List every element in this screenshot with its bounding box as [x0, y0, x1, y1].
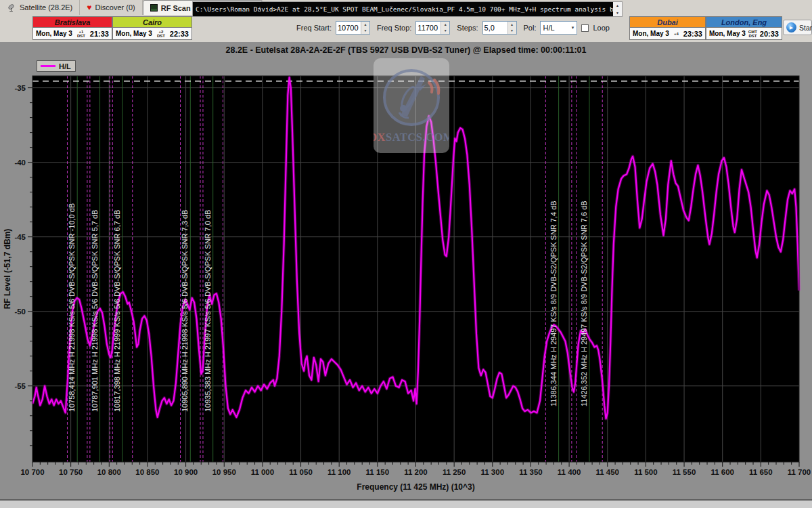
clock-time: 23:33: [683, 30, 702, 38]
clock-city-header: Bratislava: [33, 17, 112, 28]
clock-date: Mon, May 3: [36, 30, 72, 37]
clock-cairo: Cairo Mon, May 3 +2DST 22:33: [112, 16, 192, 40]
tab-satellite[interactable]: Satellite (28.2E): [0, 0, 80, 15]
clock-bratislava: Bratislava Mon, May 3 +1DST 21:33: [32, 16, 112, 40]
y-axis-label: RF Level (-51,7 dBm): [3, 229, 12, 310]
x-tick-label: 10 800: [97, 468, 121, 476]
clock-city-header: Dubai: [630, 17, 705, 28]
clock-timezone: GMTDST: [748, 30, 757, 38]
x-tick-label: 11 700: [788, 468, 811, 476]
clock-city: London, Eng: [721, 18, 767, 26]
steps-input[interactable]: ▲▼: [482, 21, 517, 35]
clock-time: 21:33: [90, 30, 109, 38]
freq-start-label: Freq Start:: [296, 24, 332, 32]
spin-down-icon: ▼: [361, 28, 369, 34]
spinner-buttons[interactable]: ▲▼: [361, 22, 369, 34]
freq-start-input[interactable]: ▲▼: [336, 21, 370, 35]
freq-stop-input[interactable]: ▲▼: [415, 21, 450, 35]
clock-timezone: +1DST: [77, 30, 85, 38]
freq-start-value[interactable]: [336, 22, 361, 34]
x-tick-label: 11 450: [595, 468, 619, 476]
console-text: C:\Users\Roman Dávid>A2E at 28,5°E_UK SP…: [196, 5, 613, 13]
clock-city-header: London, Eng: [706, 17, 782, 28]
clock-city: Cairo: [143, 18, 162, 26]
console-scrollbar[interactable]: ▲ ▼: [613, 2, 622, 16]
x-tick-label: 11 350: [519, 468, 543, 476]
pol-selected-value: H/L: [543, 24, 554, 32]
clock-city: Dubai: [657, 18, 678, 26]
x-tick-label: 11 000: [251, 468, 275, 476]
window-bottom-edge: [0, 499, 812, 508]
x-tick-label: 11 500: [634, 468, 658, 476]
x-tick-label: 11 150: [366, 468, 390, 476]
x-tick-label: 10 950: [212, 468, 236, 476]
x-axis-label: Frequency (11 425 MHz) (10^3): [357, 482, 474, 492]
top-bar: Satellite (28.2E) ♥ Discover (0) RF Scan…: [0, 0, 812, 42]
clock-city-header: Cairo: [113, 17, 191, 28]
rf-scan-icon: [150, 4, 158, 12]
transponder-annotation: 10935,383 MHz H 21997 KS/s 5/6 DVB-S/QPS…: [204, 210, 212, 412]
loop-checkbox[interactable]: [581, 24, 589, 32]
console-output[interactable]: C:\Users\Roman Dávid>A2E at 28,5°E_UK SP…: [193, 2, 613, 16]
x-tick-label: 11 300: [481, 468, 505, 476]
transponder-annotation: 10817,398 MHz H 21999 KS/s 5/6 DVB-S/QPS…: [113, 210, 121, 412]
y-tick-label: -40: [14, 158, 26, 167]
spin-up-icon: ▲: [441, 22, 449, 28]
x-tick-label: 11 250: [443, 468, 466, 476]
transponder-annotation: 11426,352 MHz H 29497 KS/s 8/9 DVB-S2/QP…: [580, 200, 588, 406]
heart-icon: ♥: [87, 3, 91, 12]
x-tick-label: 10 750: [59, 468, 83, 476]
console-panel: C:\Users\Roman Dávid>A2E at 28,5°E_UK SP…: [192, 1, 623, 17]
x-tick-label: 11 100: [328, 468, 351, 476]
y-tick-label: -45: [14, 233, 26, 241]
spectrum-plot: 10 70010 75010 80010 85010 90010 95011 0…: [0, 42, 812, 499]
steps-label: Steps:: [457, 24, 478, 32]
pol-select[interactable]: H/L ▼: [540, 21, 577, 35]
scroll-up-icon[interactable]: ▲: [616, 3, 619, 7]
transponder-annotation: 10758,414 MHz H 21998 KS/s 5/6 DVB-S/QPS…: [68, 203, 76, 412]
y-tick-label: -55: [14, 382, 26, 390]
x-tick-label: 11 400: [558, 468, 581, 476]
x-tick-label: 10 900: [174, 468, 198, 476]
spinner-buttons[interactable]: ▲▼: [508, 22, 516, 34]
transponder-annotation: 10787,901 MHz H 21998 KS/s 5/6 DVB-S/QPS…: [91, 210, 99, 412]
clock-dubai: Dubai Mon, May 3 +4 23:33: [629, 16, 706, 40]
clock-time: 20:33: [760, 30, 779, 38]
x-tick-label: 11 650: [749, 468, 773, 476]
x-tick-label: 10 700: [20, 468, 44, 476]
clock-time: 22:33: [170, 30, 189, 38]
start-button[interactable]: ▶ Start: [783, 20, 812, 35]
x-tick-label: 11 600: [710, 468, 734, 476]
transponder-annotation: 11386,344 MHz H 29497 KS/s 8/9 DVB-S2/QP…: [549, 200, 558, 406]
x-tick-label: 11 550: [673, 468, 696, 476]
steps-value[interactable]: [483, 22, 508, 34]
clock-date: Mon, May 3: [116, 30, 152, 37]
freq-stop-value[interactable]: [416, 22, 441, 34]
spinner-buttons[interactable]: ▲▼: [441, 22, 449, 34]
x-tick-label: 11 200: [404, 468, 428, 476]
legend-line-sample: [41, 65, 55, 67]
play-icon: ▶: [786, 22, 796, 33]
satellite-dish-icon: [7, 3, 16, 12]
chart-legend: H/L: [37, 60, 76, 72]
scan-controls: Freq Start: ▲▼ Freq Stop: ▲▼ Steps: ▲▼ P…: [294, 20, 610, 35]
clock-timezone: +4: [674, 32, 679, 36]
clock-london: London, Eng Mon, May 3 GMTDST 20:33: [706, 16, 782, 40]
y-tick-label: -35: [14, 84, 26, 92]
tab-label: Discover (0): [95, 3, 135, 12]
pol-label: Pol:: [524, 24, 537, 32]
legend-label: H/L: [59, 62, 71, 70]
scroll-down-icon[interactable]: ▼: [616, 11, 619, 15]
chart-title: 28.2E - Eutelsat 28A-2A-2E-2F (TBS 5927 …: [0, 45, 812, 55]
spectrum-chart: 10 70010 75010 80010 85010 90010 95011 0…: [0, 42, 812, 499]
clock-timezone: +2DST: [157, 30, 165, 38]
spin-up-icon: ▲: [508, 22, 516, 28]
tab-discover[interactable]: ♥ Discover (0): [80, 0, 142, 15]
chevron-down-icon: ▼: [571, 26, 575, 30]
x-tick-label: 11 050: [289, 468, 313, 476]
clock-date: Mon, May 3: [633, 30, 669, 37]
freq-stop-label: Freq Stop:: [377, 24, 411, 32]
spin-down-icon: ▼: [508, 28, 516, 34]
y-tick-label: -50: [14, 308, 26, 316]
tab-label: Satellite (28.2E): [20, 3, 72, 12]
